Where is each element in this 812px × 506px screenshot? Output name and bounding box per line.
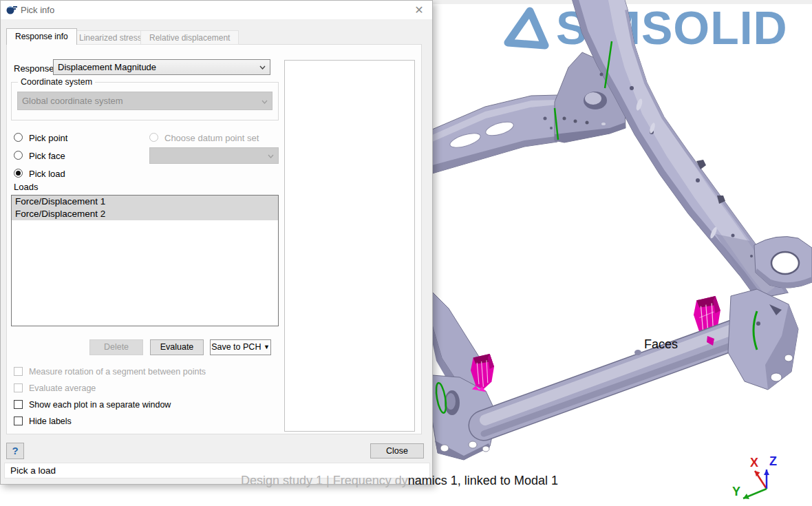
study-caption-visible-part: namics 1, linked to Modal 1 [408,474,558,487]
checkbox-evaluate-average-label: Evaluate average [29,383,96,393]
coordinate-system-dropdown: Global coordinate system [17,92,273,110]
radio-choose-datum-label: Choose datum point set [164,133,259,143]
checkbox-separate-window[interactable] [14,400,23,409]
checkbox-evaluate-average [14,383,23,392]
dialog-close-icon[interactable]: ✕ [412,3,427,17]
coordinate-system-groupbox: Coordinate system Global coordinate syst… [11,82,279,120]
pick-info-icon [6,5,17,15]
list-item-load-2[interactable]: Force/Displacement 2 [12,208,278,220]
axis-x-label: X [750,456,758,470]
orientation-triad: X Z Y [727,453,804,504]
chevron-down-icon [259,65,266,70]
faces-annotation-label: Faces [644,337,678,352]
checkbox-measure-rotation-label: Measure rotation of a segment between po… [29,367,206,377]
load-marker-left [471,354,494,392]
checkbox-measure-rotation [14,367,23,376]
radio-pick-face-label[interactable]: Pick face [29,151,65,161]
dialog-title: Pick info [21,5,54,15]
coordinate-system-legend: Coordinate system [18,77,95,87]
chevron-down-icon [261,100,268,104]
evaluate-button[interactable]: Evaluate [150,339,204,355]
tab-linearized-stress[interactable]: Linearized stress [70,30,151,45]
checkbox-hide-labels-label[interactable]: Hide labels [29,417,72,426]
chevron-down-icon [268,154,274,158]
response-info-tabpage: Response: Displacement Magnitude Coordin… [6,44,422,434]
load-marker-right [694,296,720,339]
app-window: SIMSOLID [0,0,812,506]
coordinate-system-value: Global coordinate system [22,96,123,106]
simsolid-triangle-icon [500,3,553,54]
response-label: Response: [14,63,56,74]
checkbox-hide-labels[interactable] [14,417,23,425]
pick-info-dialog: Pick info ✕ Response info Linearized str… [0,0,433,485]
radio-pick-point[interactable] [14,133,23,142]
dialog-titlebar[interactable]: Pick info ✕ [1,1,432,19]
list-item-load-1[interactable]: Force/Displacement 1 [12,196,278,208]
delete-button: Delete [89,339,143,355]
dropdown-arrow-icon: ▼ [264,344,270,350]
simsolid-logo-text: SIMSOLID [556,3,788,52]
radio-choose-datum [149,133,158,142]
response-dropdown-value: Displacement Magnitude [58,62,156,72]
radio-pick-point-label[interactable]: Pick point [29,133,67,143]
study-caption: Design study 1 | Frequency dynamics 1, l… [241,474,558,488]
loads-label: Loads [14,182,38,192]
datum-point-set-dropdown [149,147,279,164]
radio-pick-load-label[interactable]: Pick load [29,169,65,179]
save-to-pch-button[interactable]: Save to PCH ▼ [210,339,271,355]
axis-z-label: Z [769,454,777,468]
radio-pick-load[interactable] [14,169,23,178]
help-button[interactable]: ? [6,443,24,459]
close-button[interactable]: Close [370,443,424,458]
results-panel [284,60,415,432]
save-to-pch-label: Save to PCH [211,342,261,352]
checkbox-separate-window-label[interactable]: Show each plot in a separate window [29,400,171,410]
response-dropdown[interactable]: Displacement Magnitude [53,59,270,75]
radio-pick-face[interactable] [14,151,23,160]
study-caption-hidden-part: Design study 1 | Frequency dy [241,474,408,487]
tab-response-info[interactable]: Response info [6,28,77,45]
tab-relative-displacement[interactable]: Relative displacement [140,30,239,45]
loads-listbox[interactable]: Force/Displacement 1 Force/Displacement … [11,195,279,326]
axis-y-label: Y [732,485,740,498]
simsolid-logo: SIMSOLID [500,3,788,54]
